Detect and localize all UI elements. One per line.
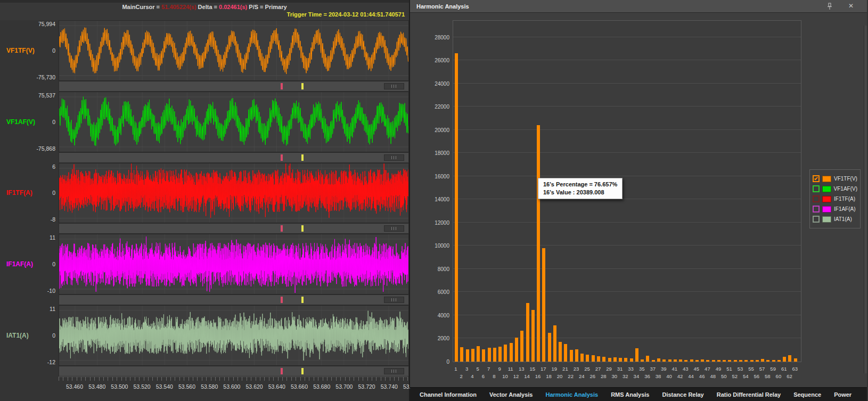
scrollbar-thumb[interactable]	[384, 83, 404, 89]
harmonic-bar[interactable]	[750, 360, 754, 362]
main-cursor-marker[interactable]	[281, 368, 283, 374]
harmonic-bar[interactable]	[520, 331, 523, 362]
harmonic-bar[interactable]	[564, 344, 567, 362]
main-cursor-marker[interactable]	[281, 297, 283, 303]
aux-cursor-marker[interactable]	[301, 225, 304, 232]
legend-item[interactable]: IAT1(A)	[813, 214, 857, 224]
harmonic-bar[interactable]	[668, 359, 672, 362]
harmonic-bar[interactable]	[756, 360, 759, 362]
tab-sequence[interactable]: Sequence	[793, 391, 821, 398]
harmonic-bar[interactable]	[684, 360, 687, 362]
channel-scroll-strip[interactable]	[59, 366, 409, 377]
pin-icon[interactable]	[825, 2, 834, 11]
harmonic-bar[interactable]	[575, 349, 578, 362]
legend-checkbox[interactable]	[813, 216, 820, 223]
main-cursor-marker[interactable]	[281, 83, 283, 89]
harmonic-bar[interactable]	[744, 360, 748, 362]
harmonic-bar[interactable]	[542, 248, 545, 362]
harmonic-bar[interactable]	[455, 53, 458, 362]
channel-name[interactable]: IF1TF(A)	[6, 189, 32, 197]
aux-cursor-marker[interactable]	[301, 368, 304, 374]
harmonic-bar[interactable]	[526, 303, 529, 362]
harmonic-bar[interactable]	[498, 347, 502, 362]
tab-rms-analysis[interactable]: RMS Analysis	[611, 391, 649, 398]
harmonic-bar[interactable]	[602, 357, 605, 362]
harmonic-bar[interactable]	[548, 333, 551, 362]
channel-scroll-strip[interactable]	[59, 294, 409, 305]
aux-cursor-marker[interactable]	[301, 83, 304, 89]
legend-item[interactable]: ✔VF1TF(V)	[813, 174, 857, 184]
close-icon[interactable]: ✕	[847, 2, 855, 10]
channel-name[interactable]: IF1AF(A)	[6, 260, 33, 268]
aux-cursor-marker[interactable]	[301, 297, 304, 303]
harmonic-bar[interactable]	[559, 342, 562, 362]
harmonic-bar[interactable]	[701, 359, 704, 362]
harmonic-bar[interactable]	[761, 359, 764, 362]
harmonic-bar[interactable]	[488, 348, 491, 362]
harmonic-bar[interactable]	[580, 354, 584, 362]
aux-cursor-marker[interactable]	[301, 154, 304, 161]
main-cursor-marker[interactable]	[281, 154, 283, 161]
harmonic-bar[interactable]	[652, 360, 655, 362]
channel-name[interactable]: VF1AF(V)	[6, 118, 35, 126]
waveform-plot[interactable]	[59, 20, 409, 81]
harmonic-bar[interactable]	[766, 360, 769, 362]
harmonic-bar[interactable]	[630, 358, 633, 362]
tab-power[interactable]: Power	[834, 391, 851, 398]
harmonic-bar[interactable]	[635, 348, 638, 362]
harmonic-bar[interactable]	[783, 357, 786, 362]
harmonic-bar[interactable]	[482, 349, 485, 362]
harmonic-bar[interactable]	[695, 360, 699, 362]
harmonic-bar[interactable]	[712, 360, 715, 362]
channel-name[interactable]: VF1TF(V)	[6, 47, 35, 54]
harmonic-bar[interactable]	[788, 355, 791, 362]
waveform-plot[interactable]	[59, 305, 409, 366]
harmonic-bar[interactable]	[510, 343, 513, 362]
scrollbar-thumb[interactable]	[384, 154, 404, 161]
legend-checkbox[interactable]	[813, 185, 820, 192]
harmonic-bar[interactable]	[717, 360, 720, 362]
tab-distance-relay[interactable]: Distance Relay	[662, 391, 703, 398]
waveform-plot[interactable]	[59, 163, 409, 224]
harmonic-bar[interactable]	[679, 359, 682, 362]
channel-scroll-strip[interactable]	[59, 223, 409, 234]
harmonic-bar[interactable]	[504, 345, 507, 362]
harmonic-bar[interactable]	[460, 347, 463, 362]
harmonic-bar[interactable]	[641, 359, 644, 362]
waveform-plot[interactable]	[59, 92, 409, 152]
harmonic-bar[interactable]	[570, 350, 573, 362]
legend-checkbox[interactable]: ✔	[813, 175, 820, 182]
scrollbar-thumb[interactable]	[384, 225, 404, 232]
scrollbar-thumb[interactable]	[384, 297, 404, 303]
harmonic-bar[interactable]	[553, 325, 556, 362]
tab-harmonic-analysis[interactable]: Harmonic Analysis	[545, 391, 598, 398]
harmonic-bar[interactable]	[515, 338, 518, 362]
harmonic-bar[interactable]	[674, 359, 677, 362]
harmonic-bar[interactable]	[777, 360, 781, 362]
harmonic-bar[interactable]	[624, 358, 627, 362]
harmonic-bar[interactable]	[597, 356, 600, 362]
harmonic-bar[interactable]	[794, 358, 797, 362]
channel-scroll-strip[interactable]	[59, 81, 409, 92]
harmonic-bar[interactable]	[657, 358, 660, 362]
legend-item[interactable]: IF1AF(A)	[813, 204, 857, 214]
scrollbar-thumb[interactable]	[384, 368, 404, 374]
harmonic-bar[interactable]	[706, 360, 709, 362]
harmonic-bar[interactable]	[531, 310, 535, 362]
harmonic-bar[interactable]	[471, 349, 474, 362]
channel-scroll-strip[interactable]	[59, 152, 409, 163]
harmonic-bar[interactable]	[734, 360, 737, 362]
channel-name[interactable]: IAT1(A)	[6, 332, 29, 339]
legend-checkbox[interactable]	[813, 206, 820, 212]
harmonic-bar[interactable]	[619, 358, 622, 362]
harmonic-bar[interactable]	[613, 357, 617, 362]
harmonic-bar[interactable]	[586, 355, 589, 362]
legend-item[interactable]: VF1AF(V)	[813, 184, 857, 194]
waveform-plot[interactable]	[59, 234, 409, 294]
harmonic-bar[interactable]	[537, 125, 540, 362]
main-cursor-marker[interactable]	[281, 225, 283, 232]
tab-channel-information[interactable]: Channel Information	[420, 391, 477, 398]
tab-vector-analysis[interactable]: Vector Analysis	[489, 391, 533, 398]
tab-ratio-differential-relay[interactable]: Ratio Differential Relay	[717, 391, 781, 398]
harmonic-bar[interactable]	[466, 349, 469, 362]
